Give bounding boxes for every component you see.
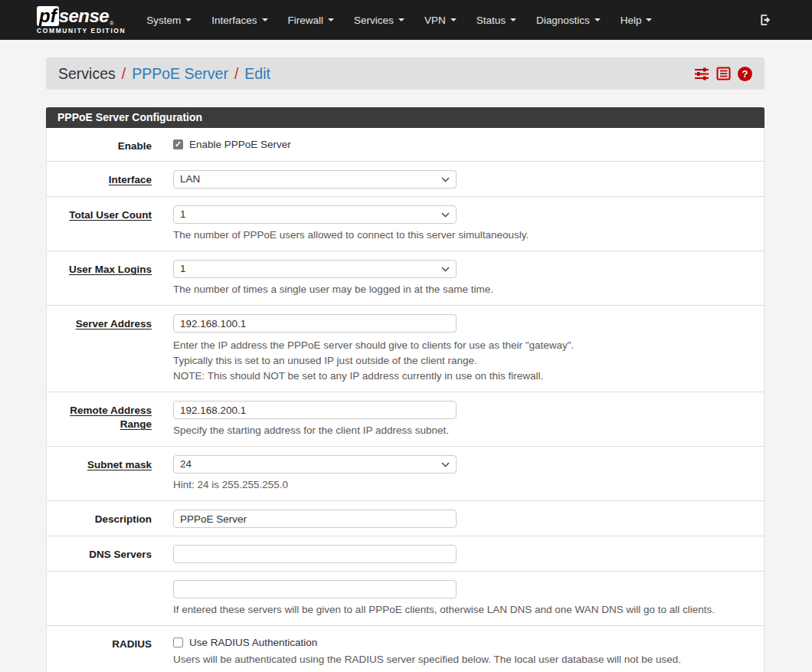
pfsense-logo[interactable]: pfsense® COMMUNITY EDITION — [37, 6, 126, 34]
panel-title: PPPoE Server Configuration — [46, 107, 765, 128]
caret-down-icon — [262, 18, 268, 21]
field-label-server-address: Server Address — [58, 314, 152, 384]
chevron-down-icon — [441, 462, 450, 467]
caret-down-icon — [450, 18, 457, 21]
field-label-interface: Interface — [58, 170, 152, 188]
dns-servers-help: If entered these servers will be given t… — [173, 602, 752, 618]
user-max-logins-select[interactable]: 1 — [173, 260, 457, 278]
caret-down-icon — [594, 18, 601, 21]
logo-edition-text: COMMUNITY EDITION — [37, 27, 126, 34]
field-label-remote-address-range: Remote Address Range — [58, 401, 152, 438]
menu-item-help[interactable]: Help — [611, 8, 663, 32]
subnet-mask-select[interactable]: 24 — [173, 455, 457, 474]
breadcrumb-separator: / — [122, 65, 126, 83]
logo-pf-box: pf — [37, 6, 59, 26]
caret-down-icon — [328, 18, 334, 21]
dns-server-1-input[interactable] — [173, 545, 457, 563]
related-settings-sliders-icon[interactable] — [694, 67, 709, 80]
chevron-down-icon — [441, 267, 450, 272]
caret-down-icon — [185, 18, 192, 21]
interface-select[interactable]: LAN — [173, 170, 457, 188]
logout-button[interactable] — [758, 12, 774, 28]
sign-out-icon — [758, 12, 774, 28]
caret-down-icon — [398, 18, 404, 21]
menu-item-interfaces[interactable]: Interfaces — [201, 8, 277, 32]
top-navbar: pfsense® COMMUNITY EDITION System Interf… — [0, 0, 812, 40]
breadcrumb-link-edit[interactable]: Edit — [244, 65, 270, 83]
form-row-server-address: Server Address Enter the IP address the … — [47, 306, 764, 392]
pppoe-server-configuration-panel: PPPoE Server Configuration Enable Enable… — [46, 107, 765, 672]
radius-checkbox-label: Use RADIUS Authentication — [189, 637, 317, 648]
form-row-remote-address-range: Remote Address Range Specify the startin… — [47, 392, 764, 447]
form-row-radius: RADIUS Use RADIUS Authentication Users w… — [47, 626, 764, 672]
chevron-down-icon — [441, 212, 450, 218]
svg-text:?: ? — [742, 68, 748, 80]
breadcrumb-link-pppoe-server[interactable]: PPPoE Server — [132, 65, 228, 83]
main-menu: System Interfaces Firewall Services VPN … — [136, 8, 662, 32]
form-row-enable: Enable Enable PPPoE Server — [47, 128, 764, 162]
pfsense-logo-text: pfsense® — [37, 6, 126, 26]
radius-help: Users will be authenticated using the RA… — [173, 652, 752, 667]
form-row-user-max-logins: User Max Logins 1 The number of times a … — [47, 251, 764, 306]
field-label-empty — [58, 580, 152, 618]
chevron-down-icon — [441, 177, 450, 182]
remote-address-range-help: Specify the starting address for the cli… — [173, 423, 752, 438]
subnet-mask-select-value: 24 — [180, 458, 192, 470]
menu-item-system[interactable]: System — [136, 8, 201, 32]
breadcrumb-actions: ? — [694, 67, 752, 81]
menu-item-services[interactable]: Services — [344, 8, 414, 32]
breadcrumb: Services / PPPoE Server / Edit ? — [46, 57, 765, 90]
server-address-help-line-3: NOTE: This should NOT be set to any IP a… — [173, 369, 752, 384]
field-label-subnet-mask: Subnet mask — [58, 455, 152, 493]
user-max-logins-select-value: 1 — [180, 263, 186, 274]
server-address-input[interactable] — [173, 314, 457, 333]
remote-address-range-input[interactable] — [173, 401, 457, 419]
caret-down-icon — [646, 18, 652, 21]
dns-server-2-input[interactable] — [173, 580, 457, 598]
menu-item-firewall[interactable]: Firewall — [278, 8, 345, 32]
status-log-icon[interactable] — [716, 67, 731, 80]
enable-checkbox-label: Enable PPPoE Server — [189, 139, 291, 150]
breadcrumb-separator: / — [234, 65, 238, 83]
total-user-count-help: The number of PPPoE users allowed to con… — [173, 228, 752, 243]
total-user-count-select-value: 1 — [180, 208, 186, 220]
description-input[interactable] — [173, 510, 457, 528]
form-row-description: Description — [47, 501, 764, 536]
registered-mark: ® — [110, 21, 113, 26]
user-max-logins-help: The number of times a single user may be… — [173, 282, 752, 297]
form-row-dns-servers: DNS Servers — [47, 536, 764, 572]
caret-down-icon — [510, 18, 516, 21]
subnet-mask-help: Hint: 24 is 255.255.255.0 — [173, 477, 752, 493]
total-user-count-select[interactable]: 1 — [173, 205, 457, 224]
form-row-total-user-count: Total User Count 1 The number of PPPoE u… — [47, 197, 764, 251]
field-label-enable: Enable — [58, 136, 152, 153]
menu-item-diagnostics[interactable]: Diagnostics — [526, 8, 611, 32]
menu-item-status[interactable]: Status — [467, 8, 526, 32]
field-label-user-max-logins: User Max Logins — [58, 260, 152, 297]
server-address-help-line-1: Enter the IP address the PPPoE server sh… — [173, 338, 752, 353]
help-icon[interactable]: ? — [738, 67, 752, 81]
breadcrumb-section: Services — [58, 65, 116, 83]
server-address-help-line-2: Typically this is set to an unused IP ju… — [173, 353, 752, 369]
form-row-dns-servers-2: If entered these servers will be given t… — [47, 572, 764, 626]
use-radius-authentication-checkbox[interactable] — [173, 638, 183, 647]
form-row-subnet-mask: Subnet mask 24 Hint: 24 is 255.255.255.0 — [47, 447, 764, 501]
logo-sense-text: sense — [59, 6, 110, 26]
form-row-interface: Interface LAN — [47, 162, 764, 197]
menu-item-vpn[interactable]: VPN — [414, 8, 467, 32]
interface-select-value: LAN — [180, 173, 200, 185]
field-label-description: Description — [58, 510, 152, 528]
navbar-right — [758, 12, 774, 28]
field-label-dns-servers: DNS Servers — [58, 545, 152, 563]
field-label-total-user-count: Total User Count — [58, 205, 152, 243]
field-label-radius: RADIUS — [58, 634, 152, 667]
enable-pppoe-server-checkbox[interactable] — [173, 139, 183, 149]
